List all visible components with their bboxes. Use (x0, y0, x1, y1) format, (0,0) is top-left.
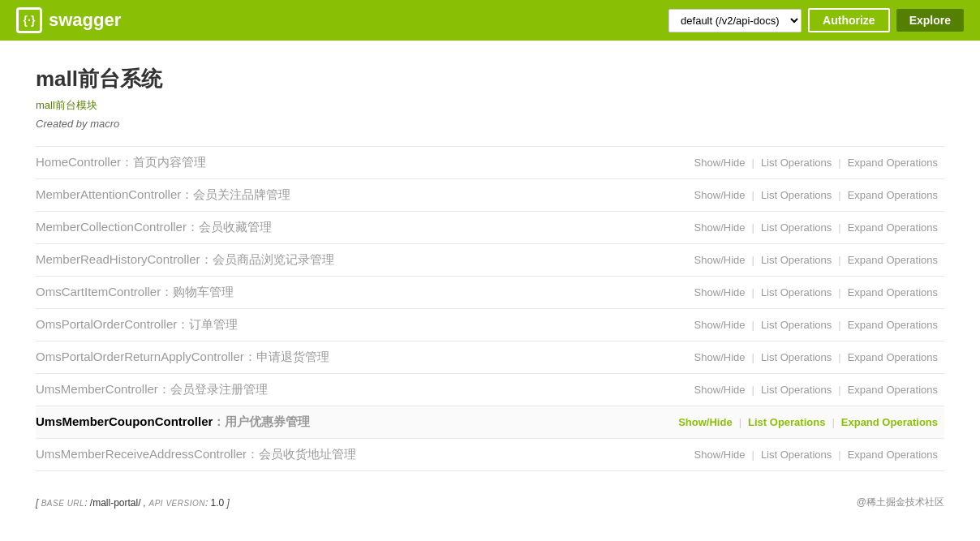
controller-name: MemberCollectionController：会员收藏管理 (36, 220, 688, 235)
authorize-button[interactable]: Authorize (808, 8, 890, 32)
controller-name-zh: ：订单管理 (177, 317, 238, 331)
controller-actions: Show/Hide|List Operations|Expand Operati… (688, 286, 944, 298)
controller-name: UmsMemberController：会员登录注册管理 (36, 382, 688, 397)
controller-name-zh: ：用户优惠券管理 (213, 414, 310, 428)
app-created: Created by macro (36, 118, 944, 130)
controller-row: MemberReadHistoryController：会员商品浏览记录管理Sh… (36, 244, 944, 277)
action-link-expand-operations[interactable]: Expand Operations (835, 416, 944, 428)
action-link-show/hide[interactable]: Show/Hide (688, 449, 752, 461)
controller-list: HomeController：首页内容管理Show/Hide|List Oper… (36, 146, 944, 471)
action-link-show/hide[interactable]: Show/Hide (688, 157, 752, 169)
controller-actions: Show/Hide|List Operations|Expand Operati… (672, 416, 944, 428)
controller-row: HomeController：首页内容管理Show/Hide|List Oper… (36, 147, 944, 179)
controller-actions: Show/Hide|List Operations|Expand Operati… (688, 254, 944, 266)
api-docs-select[interactable]: default (/v2/api-docs) (668, 9, 802, 32)
action-link-list-operations[interactable]: List Operations (754, 254, 838, 266)
controller-name-en: OmsPortalOrderController (36, 317, 177, 331)
action-link-expand-operations[interactable]: Expand Operations (841, 351, 944, 363)
footer: [ BASE URL: /mall-portal/ , API VERSION:… (19, 487, 961, 517)
controller-name-en: OmsCartItemController (36, 285, 161, 298)
api-version-label: API VERSION (149, 499, 205, 508)
action-link-list-operations[interactable]: List Operations (754, 319, 838, 331)
controller-row: OmsCartItemController：购物车管理Show/Hide|Lis… (36, 277, 944, 309)
logo: {·} swagger (16, 7, 668, 33)
controller-name: UmsMemberCouponController：用户优惠券管理 (36, 414, 672, 430)
controller-row: UmsMemberCouponController：用户优惠券管理Show/Hi… (36, 406, 944, 439)
controller-row: UmsMemberReceiveAddressController：会员收货地址… (36, 439, 944, 471)
controller-name-en: OmsPortalOrderReturnApplyController (36, 350, 244, 363)
controller-actions: Show/Hide|List Operations|Expand Operati… (688, 157, 944, 169)
action-link-expand-operations[interactable]: Expand Operations (841, 449, 944, 461)
action-link-expand-operations[interactable]: Expand Operations (841, 319, 944, 331)
base-url-label: BASE URL (41, 499, 84, 508)
controller-row: MemberCollectionController：会员收藏管理Show/Hi… (36, 212, 944, 244)
action-link-list-operations[interactable]: List Operations (754, 449, 838, 461)
base-url-value: /mall-portal/ (90, 497, 141, 509)
action-link-show/hide[interactable]: Show/Hide (672, 416, 738, 428)
controller-row: UmsMemberController：会员登录注册管理Show/Hide|Li… (36, 374, 944, 406)
controller-actions: Show/Hide|List Operations|Expand Operati… (688, 351, 944, 363)
controller-actions: Show/Hide|List Operations|Expand Operati… (688, 319, 944, 331)
controller-row: MemberAttentionController：会员关注品牌管理Show/H… (36, 179, 944, 212)
controller-actions: Show/Hide|List Operations|Expand Operati… (688, 449, 944, 461)
controller-name: OmsCartItemController：购物车管理 (36, 285, 688, 300)
action-link-list-operations[interactable]: List Operations (754, 221, 838, 234)
action-link-list-operations[interactable]: List Operations (754, 384, 838, 396)
controller-actions: Show/Hide|List Operations|Expand Operati… (688, 189, 944, 201)
controller-name-en: UmsMemberCouponController (36, 414, 213, 428)
explore-button[interactable]: Explore (896, 9, 964, 32)
footer-left: [ BASE URL: /mall-portal/ , API VERSION:… (36, 497, 230, 509)
controller-actions: Show/Hide|List Operations|Expand Operati… (688, 384, 944, 396)
controller-name-zh: ：购物车管理 (161, 285, 234, 298)
controller-name: MemberAttentionController：会员关注品牌管理 (36, 187, 688, 203)
main-content: mall前台系统 mall前台模块 Created by macro HomeC… (19, 41, 961, 487)
action-link-list-operations[interactable]: List Operations (754, 189, 838, 201)
controller-name: MemberReadHistoryController：会员商品浏览记录管理 (36, 252, 688, 268)
action-link-show/hide[interactable]: Show/Hide (688, 254, 752, 266)
action-link-show/hide[interactable]: Show/Hide (688, 319, 752, 331)
controller-name: HomeController：首页内容管理 (36, 155, 688, 170)
controller-name: OmsPortalOrderController：订单管理 (36, 317, 688, 333)
action-link-expand-operations[interactable]: Expand Operations (841, 189, 944, 201)
action-link-expand-operations[interactable]: Expand Operations (841, 384, 944, 396)
controller-name: OmsPortalOrderReturnApplyController：申请退货… (36, 350, 688, 365)
action-link-list-operations[interactable]: List Operations (754, 157, 838, 169)
controller-name-en: MemberAttentionController (36, 187, 181, 201)
action-link-expand-operations[interactable]: Expand Operations (841, 157, 944, 169)
action-link-show/hide[interactable]: Show/Hide (688, 384, 752, 396)
controller-name: UmsMemberReceiveAddressController：会员收货地址… (36, 447, 688, 462)
action-link-show/hide[interactable]: Show/Hide (688, 286, 752, 298)
footer-right: @稀土掘金技术社区 (857, 496, 944, 509)
controller-name-en: HomeController (36, 155, 121, 169)
controller-name-en: MemberCollectionController (36, 220, 187, 234)
action-link-expand-operations[interactable]: Expand Operations (841, 254, 944, 266)
controller-name-zh: ：会员商品浏览记录管理 (200, 252, 334, 266)
controller-name-zh: ：会员收货地址管理 (247, 447, 356, 461)
app-title: mall前台系统 (36, 65, 944, 93)
action-link-list-operations[interactable]: List Operations (754, 351, 838, 363)
action-link-list-operations[interactable]: List Operations (741, 416, 832, 428)
controller-name-en: UmsMemberReceiveAddressController (36, 447, 247, 461)
action-link-list-operations[interactable]: List Operations (754, 286, 838, 298)
action-link-expand-operations[interactable]: Expand Operations (841, 221, 944, 234)
logo-text: swagger (49, 10, 121, 31)
controller-name-zh: ：首页内容管理 (121, 155, 206, 169)
header: {·} swagger default (/v2/api-docs) Autho… (0, 0, 980, 41)
controller-name-en: MemberReadHistoryController (36, 252, 200, 266)
app-subtitle: mall前台模块 (36, 98, 944, 113)
controller-row: OmsPortalOrderController：订单管理Show/Hide|L… (36, 309, 944, 341)
controller-name-zh: ：会员登录注册管理 (158, 382, 268, 396)
action-link-show/hide[interactable]: Show/Hide (688, 351, 752, 363)
controller-name-zh: ：申请退货管理 (244, 350, 329, 363)
controller-name-zh: ：会员关注品牌管理 (181, 187, 290, 201)
header-right: default (/v2/api-docs) Authorize Explore (668, 8, 964, 32)
api-version-value: 1.0 (211, 497, 225, 509)
controller-name-en: UmsMemberController (36, 382, 158, 396)
controller-actions: Show/Hide|List Operations|Expand Operati… (688, 221, 944, 234)
controller-name-zh: ：会员收藏管理 (187, 220, 272, 234)
action-link-expand-operations[interactable]: Expand Operations (841, 286, 944, 298)
controller-row: OmsPortalOrderReturnApplyController：申请退货… (36, 341, 944, 374)
action-link-show/hide[interactable]: Show/Hide (688, 221, 752, 234)
action-link-show/hide[interactable]: Show/Hide (688, 189, 752, 201)
logo-icon: {·} (16, 7, 42, 33)
